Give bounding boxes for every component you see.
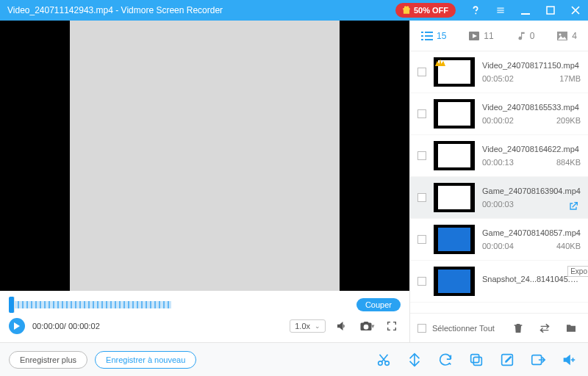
filter-bar: 15 11 0 4 (410, 21, 588, 51)
trim-handle-end[interactable] (171, 297, 349, 313)
item-thumbnail[interactable] (434, 225, 475, 254)
bottom-bar: Enregistrer plus Enregistrer à nouveau (0, 342, 588, 376)
svg-rect-5 (421, 32, 423, 33)
svg-rect-0 (497, 10, 503, 10)
chevron-down-icon: ▾ (371, 322, 375, 330)
item-filename: Video_240708165533.mp4 (482, 103, 581, 112)
trim-slider-row: Couper (0, 291, 409, 314)
svg-rect-8 (425, 35, 433, 37)
item-checkbox[interactable] (417, 235, 426, 244)
save-more-button[interactable]: Enregistrer plus (9, 351, 87, 369)
item-thumbnail[interactable] (434, 267, 475, 296)
item-filename: Video_240708164622.mp4 (482, 145, 581, 153)
refresh-tool[interactable] (435, 350, 456, 370)
settings-button[interactable] (488, 0, 513, 21)
svg-rect-17 (473, 357, 481, 365)
close-button[interactable] (563, 0, 588, 21)
recording-list: Video_240708171150.mp400:05:0217MBVideo_… (410, 51, 588, 313)
list-item[interactable]: Video_240708164622.mp400:00:13884KB (410, 135, 588, 177)
volume-add-tool[interactable] (559, 350, 579, 370)
fullscreen-button[interactable] (383, 317, 401, 335)
copy-tool[interactable] (466, 350, 487, 370)
app-name: Vidmore Screen Recorder (121, 5, 223, 15)
fullscreen-icon (386, 320, 398, 332)
cut-icon (376, 352, 392, 368)
play-button[interactable] (9, 318, 25, 334)
filter-audio[interactable]: 0 (516, 31, 535, 41)
video-icon (468, 31, 480, 41)
split-tool[interactable] (404, 350, 425, 370)
select-all[interactable]: Sélectionner Tout (417, 324, 495, 333)
item-thumbnail[interactable] (434, 183, 475, 212)
item-thumbnail[interactable] (434, 141, 475, 170)
item-duration: 00:00:13 (482, 158, 514, 167)
recycle-button[interactable] (535, 319, 554, 337)
item-checkbox[interactable] (417, 68, 426, 76)
minimize-button[interactable] (513, 0, 538, 21)
svg-rect-10 (425, 39, 433, 40)
cut-tool[interactable] (373, 350, 394, 370)
trash-icon (512, 322, 524, 334)
item-duration: 00:05:02 (482, 74, 514, 83)
svg-rect-4 (547, 7, 554, 14)
trim-handle-start[interactable] (9, 297, 15, 313)
trim-slider[interactable] (9, 299, 349, 311)
list-item[interactable]: Game_240708163904.mp400:00:03 (410, 177, 588, 219)
share-icon[interactable] (567, 200, 579, 212)
promo-badge[interactable]: 50% OFF (395, 3, 456, 18)
select-all-checkbox[interactable] (417, 324, 426, 333)
open-folder-button[interactable] (562, 319, 581, 337)
list-icon (421, 31, 433, 41)
recycle-arrow-icon (538, 322, 551, 334)
item-thumbnail[interactable] (434, 99, 475, 129)
play-icon (13, 322, 21, 330)
volume-icon (335, 319, 348, 333)
export-tooltip: Expo (567, 266, 588, 277)
filter-list[interactable]: 15 (421, 31, 446, 41)
delete-button[interactable] (509, 319, 528, 337)
item-checkbox[interactable] (417, 277, 426, 286)
save-again-button[interactable]: Enregistrer à nouveau (95, 351, 196, 369)
svg-rect-7 (421, 35, 423, 37)
maximize-button[interactable] (538, 0, 563, 21)
filter-video[interactable]: 11 (468, 31, 493, 41)
snapshot-button[interactable]: ▾ (358, 317, 376, 335)
export-right-tool[interactable] (528, 350, 548, 370)
item-duration: 00:00:04 (482, 242, 514, 250)
svg-rect-16 (471, 354, 479, 362)
app-window: Video_240711142943.mp4 - Vidmore Screen … (0, 0, 588, 376)
list-item[interactable]: Snapshot_24...8141045.png (410, 261, 588, 303)
playback-time: 00:00:00/ 00:00:02 (32, 322, 100, 330)
speed-select[interactable]: 1.0x ⌄ (290, 319, 326, 333)
title-text: Video_240711142943.mp4 - Vidmore Screen … (7, 5, 223, 15)
list-item[interactable]: Video_240708165533.mp400:00:02209KB (410, 93, 588, 135)
item-filename: Snapshot_24...8141045.png (482, 275, 581, 283)
item-checkbox[interactable] (417, 109, 426, 118)
svg-rect-1 (497, 8, 503, 9)
volume-add-icon (561, 352, 577, 368)
music-icon (516, 31, 526, 41)
video-preview[interactable] (0, 21, 409, 291)
list-item[interactable]: Video_240708171150.mp400:05:0217MB (410, 51, 588, 93)
item-checkbox[interactable] (417, 193, 426, 202)
folder-icon (564, 322, 578, 334)
svg-point-13 (559, 33, 562, 35)
cut-button[interactable]: Couper (356, 298, 401, 311)
promo-text: 50% OFF (414, 6, 448, 15)
svg-rect-6 (425, 32, 433, 33)
item-checkbox[interactable] (417, 151, 426, 160)
filter-image[interactable]: 4 (556, 31, 577, 41)
svg-rect-9 (421, 39, 423, 40)
item-thumbnail[interactable] (434, 57, 475, 87)
recordings-panel: 15 11 0 4 Video_240708171150.mp400:05:02… (410, 21, 588, 342)
tool-icons (373, 350, 579, 370)
item-size: 884KB (556, 158, 581, 167)
volume-button[interactable] (333, 317, 351, 335)
item-size: 209KB (556, 116, 581, 125)
edit-tool[interactable] (497, 350, 517, 370)
gift-icon (401, 5, 412, 15)
copy-icon (468, 352, 484, 368)
item-duration: 00:00:03 (482, 200, 514, 209)
help-button[interactable] (463, 0, 488, 21)
list-item[interactable]: Game_240708140857.mp400:00:04440KB (410, 219, 588, 261)
